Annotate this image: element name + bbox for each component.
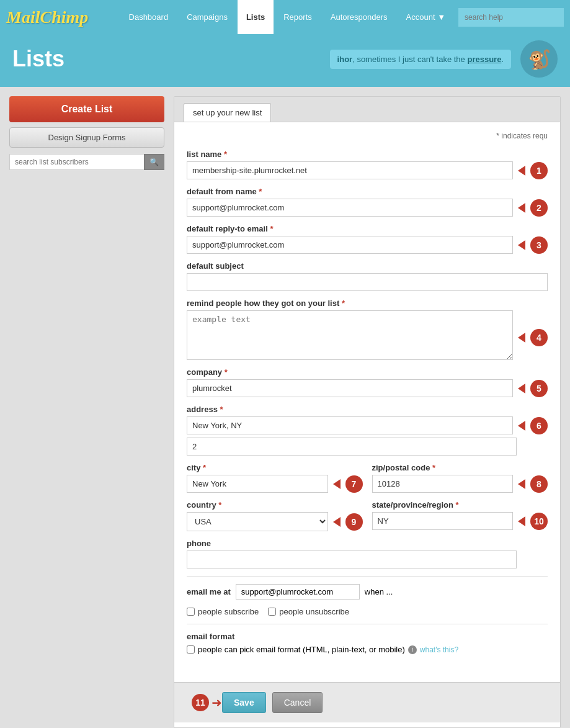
default-reply-to-label: default reply-to email * xyxy=(187,224,548,233)
email-format-row: people can pick email format (HTML, plai… xyxy=(187,645,548,654)
zip-group: zip/postal code * 8 xyxy=(372,463,548,493)
annotation-2: 2 xyxy=(518,199,548,217)
company-label: company * xyxy=(187,367,548,377)
default-subject-group: default subject xyxy=(187,261,548,291)
welcome-mid: , sometimes I just can't take the xyxy=(352,55,467,64)
company-row: 5 xyxy=(187,379,548,397)
people-unsubscribe-checkbox[interactable] xyxy=(268,608,276,616)
default-from-name-label: default from name * xyxy=(187,187,548,196)
tab-setup-new-list[interactable]: set up your new list xyxy=(184,103,271,122)
save-action-area: 11 ➜ Save xyxy=(187,692,266,713)
info-icon: i xyxy=(408,645,417,654)
zip-input[interactable] xyxy=(372,475,514,493)
form-content: * indicates requ list name * 1 default f xyxy=(174,122,560,676)
email-me-label: email me at xyxy=(187,587,231,596)
country-select[interactable]: USA xyxy=(187,512,328,531)
state-input[interactable] xyxy=(372,512,514,530)
default-from-name-input[interactable] xyxy=(187,199,513,217)
nav-campaigns[interactable]: Campaigns xyxy=(178,0,236,34)
design-signup-button[interactable]: Design Signup Forms xyxy=(9,127,164,148)
annotation-6: 6 xyxy=(518,417,548,434)
people-unsubscribe-label: people unsubscribe xyxy=(279,607,349,616)
badge-6: 6 xyxy=(530,417,548,434)
annotation-4: 4 xyxy=(518,329,548,346)
address-input[interactable] xyxy=(187,416,513,434)
nav-dashboard[interactable]: Dashboard xyxy=(120,0,177,34)
tab-header: set up your new list xyxy=(174,97,560,122)
header: MailChimp Dashboard Campaigns Lists Repo… xyxy=(0,0,570,34)
cancel-button[interactable]: Cancel xyxy=(272,692,323,713)
country-label: country * xyxy=(187,500,363,510)
city-zip-row: city * 7 zip/postal code * xyxy=(187,463,548,500)
save-arrow: ➜ xyxy=(212,695,222,710)
default-reply-to-input[interactable] xyxy=(187,236,513,254)
address-group: address * 6 xyxy=(187,405,548,456)
state-group: state/province/region * 10 xyxy=(372,500,548,531)
pressure-link[interactable]: pressure xyxy=(467,55,501,64)
address-label: address * xyxy=(187,405,548,414)
city-field-row: 7 xyxy=(187,475,363,493)
default-reply-to-row: 3 xyxy=(187,236,548,254)
people-subscribe-item: people subscribe xyxy=(187,607,259,616)
email-format-text: people can pick email format (HTML, plai… xyxy=(198,645,405,654)
company-input[interactable] xyxy=(187,379,513,397)
email-format-checkbox[interactable] xyxy=(187,645,195,654)
address2-input[interactable] xyxy=(187,438,517,456)
default-reply-to-group: default reply-to email * 3 xyxy=(187,224,548,254)
nav-reports[interactable]: Reports xyxy=(275,0,321,34)
badge-10: 10 xyxy=(530,513,548,530)
welcome-message: ihor, sometimes I just can't take the pr… xyxy=(330,50,511,69)
phone-label: phone xyxy=(187,539,548,548)
default-subject-label: default subject xyxy=(187,261,548,271)
list-name-input[interactable] xyxy=(187,161,513,179)
people-unsubscribe-item: people unsubscribe xyxy=(268,607,349,616)
badge-5: 5 xyxy=(530,380,548,397)
content-area: set up your new list * indicates requ li… xyxy=(174,96,561,728)
badge-1: 1 xyxy=(530,162,548,179)
email-format-title: email format xyxy=(187,632,548,641)
city-input[interactable] xyxy=(187,475,328,493)
main-layout: Create List Design Signup Forms 🔍 set up… xyxy=(0,87,570,728)
people-subscribe-checkbox[interactable] xyxy=(187,608,195,616)
email-me-row: email me at when ... xyxy=(187,584,548,600)
remind-textarea[interactable] xyxy=(187,310,513,360)
required-note: * indicates requ xyxy=(187,132,548,140)
search-input[interactable] xyxy=(9,154,144,170)
list-name-group: list name * 1 xyxy=(187,150,548,179)
form-actions: 11 ➜ Save Cancel xyxy=(174,682,560,722)
zip-field-row: 8 xyxy=(372,475,548,493)
main-nav: Dashboard Campaigns Lists Reports Autore… xyxy=(120,0,564,34)
annotation-10: 10 xyxy=(518,513,548,530)
city-label: city * xyxy=(187,463,363,472)
create-list-button[interactable]: Create List xyxy=(9,96,164,122)
badge-8: 8 xyxy=(530,475,548,493)
annotation-8: 8 xyxy=(518,475,548,493)
email-me-when: when ... xyxy=(365,587,393,596)
annotation-5: 5 xyxy=(518,380,548,397)
search-button[interactable]: 🔍 xyxy=(144,154,164,170)
badge-11: 11 xyxy=(192,694,209,711)
address-row: 6 xyxy=(187,416,548,434)
city-group: city * 7 xyxy=(187,463,363,493)
annotation-9: 9 xyxy=(333,513,363,531)
whats-this-link[interactable]: what's this? xyxy=(420,645,458,654)
username: ihor xyxy=(337,55,353,64)
email-me-input[interactable] xyxy=(236,584,360,600)
logo: MailChimp xyxy=(6,7,99,27)
list-name-row: 1 xyxy=(187,161,548,179)
nav-lists[interactable]: Lists xyxy=(238,0,274,34)
annotation-7: 7 xyxy=(333,475,363,493)
save-button[interactable]: Save xyxy=(222,692,266,713)
zip-label: zip/postal code * xyxy=(372,463,548,472)
sidebar: Create List Design Signup Forms 🔍 xyxy=(9,96,164,728)
nav-account[interactable]: Account ▼ xyxy=(398,0,454,34)
search-help-input[interactable] xyxy=(458,8,564,27)
phone-input[interactable] xyxy=(187,550,517,568)
nav-autoresponders[interactable]: Autoresponders xyxy=(322,0,396,34)
badge-9: 9 xyxy=(345,513,363,531)
badge-4: 4 xyxy=(530,329,548,346)
phone-group: phone xyxy=(187,539,548,568)
default-subject-input[interactable] xyxy=(187,273,548,291)
email-format-section: email format people can pick email forma… xyxy=(187,632,548,654)
people-subscribe-label: people subscribe xyxy=(198,607,259,616)
